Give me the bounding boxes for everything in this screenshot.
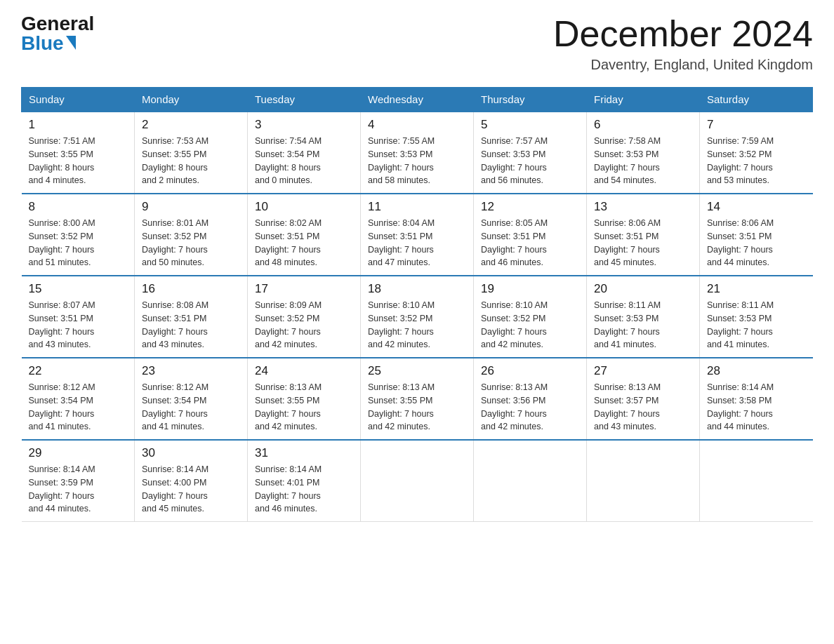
day-number: 20 xyxy=(594,282,692,296)
calendar-cell: 1 Sunrise: 7:51 AMSunset: 3:55 PMDayligh… xyxy=(22,112,135,194)
day-number: 26 xyxy=(481,364,579,378)
day-info: Sunrise: 8:00 AMSunset: 3:52 PMDaylight:… xyxy=(29,217,128,269)
day-info: Sunrise: 8:13 AMSunset: 3:55 PMDaylight:… xyxy=(368,381,466,434)
day-info: Sunrise: 8:11 AMSunset: 3:53 PMDaylight:… xyxy=(594,299,692,351)
day-info: Sunrise: 8:13 AMSunset: 3:56 PMDaylight:… xyxy=(481,381,579,434)
day-info: Sunrise: 7:57 AMSunset: 3:53 PMDaylight:… xyxy=(481,135,579,187)
day-number: 8 xyxy=(29,200,128,214)
calendar-cell: 12 Sunrise: 8:05 AMSunset: 3:51 PMDaylig… xyxy=(474,194,587,276)
day-number: 25 xyxy=(368,364,466,378)
day-number: 23 xyxy=(142,364,240,378)
calendar-table: SundayMondayTuesdayWednesdayThursdayFrid… xyxy=(21,87,813,522)
calendar-cell: 30 Sunrise: 8:14 AMSunset: 4:00 PMDaylig… xyxy=(135,440,248,522)
header-thursday: Thursday xyxy=(474,88,587,112)
calendar-cell: 6 Sunrise: 7:58 AMSunset: 3:53 PMDayligh… xyxy=(587,112,700,194)
day-number: 30 xyxy=(142,446,240,460)
day-number: 22 xyxy=(29,364,128,378)
day-info: Sunrise: 8:12 AMSunset: 3:54 PMDaylight:… xyxy=(142,381,240,434)
day-number: 3 xyxy=(255,118,353,132)
day-number: 18 xyxy=(368,282,466,296)
day-info: Sunrise: 8:14 AMSunset: 4:01 PMDaylight:… xyxy=(255,463,353,516)
day-number: 9 xyxy=(142,200,240,214)
month-title: December 2024 xyxy=(553,14,813,54)
day-number: 14 xyxy=(707,200,806,214)
calendar-cell: 14 Sunrise: 8:06 AMSunset: 3:51 PMDaylig… xyxy=(700,194,813,276)
calendar-cell: 27 Sunrise: 8:13 AMSunset: 3:57 PMDaylig… xyxy=(587,358,700,440)
day-info: Sunrise: 8:14 AMSunset: 3:59 PMDaylight:… xyxy=(29,463,128,516)
day-info: Sunrise: 8:14 AMSunset: 4:00 PMDaylight:… xyxy=(142,463,240,516)
day-number: 15 xyxy=(29,282,128,296)
header-sunday: Sunday xyxy=(22,88,135,112)
week-row-4: 22 Sunrise: 8:12 AMSunset: 3:54 PMDaylig… xyxy=(22,358,813,440)
day-number: 11 xyxy=(368,200,466,214)
title-area: December 2024 Daventry, England, United … xyxy=(553,14,813,73)
day-info: Sunrise: 7:53 AMSunset: 3:55 PMDaylight:… xyxy=(142,135,240,187)
day-info: Sunrise: 7:55 AMSunset: 3:53 PMDaylight:… xyxy=(368,135,466,187)
page-header: General Blue December 2024 Daventry, Eng… xyxy=(21,14,813,73)
day-info: Sunrise: 8:11 AMSunset: 3:53 PMDaylight:… xyxy=(707,299,806,351)
calendar-cell: 17 Sunrise: 8:09 AMSunset: 3:52 PMDaylig… xyxy=(248,276,361,358)
calendar-cell: 26 Sunrise: 8:13 AMSunset: 3:56 PMDaylig… xyxy=(474,358,587,440)
calendar-cell: 5 Sunrise: 7:57 AMSunset: 3:53 PMDayligh… xyxy=(474,112,587,194)
day-info: Sunrise: 8:07 AMSunset: 3:51 PMDaylight:… xyxy=(29,299,128,351)
day-number: 28 xyxy=(707,364,806,378)
week-row-2: 8 Sunrise: 8:00 AMSunset: 3:52 PMDayligh… xyxy=(22,194,813,276)
day-info: Sunrise: 7:58 AMSunset: 3:53 PMDaylight:… xyxy=(594,135,692,187)
day-info: Sunrise: 8:05 AMSunset: 3:51 PMDaylight:… xyxy=(481,217,579,269)
calendar-cell: 9 Sunrise: 8:01 AMSunset: 3:52 PMDayligh… xyxy=(135,194,248,276)
calendar-cell: 10 Sunrise: 8:02 AMSunset: 3:51 PMDaylig… xyxy=(248,194,361,276)
calendar-cell: 28 Sunrise: 8:14 AMSunset: 3:58 PMDaylig… xyxy=(700,358,813,440)
calendar-cell: 23 Sunrise: 8:12 AMSunset: 3:54 PMDaylig… xyxy=(135,358,248,440)
day-info: Sunrise: 8:06 AMSunset: 3:51 PMDaylight:… xyxy=(707,217,806,269)
day-number: 21 xyxy=(707,282,806,296)
calendar-cell: 21 Sunrise: 8:11 AMSunset: 3:53 PMDaylig… xyxy=(700,276,813,358)
calendar-cell xyxy=(474,440,587,522)
calendar-cell: 13 Sunrise: 8:06 AMSunset: 3:51 PMDaylig… xyxy=(587,194,700,276)
calendar-cell: 31 Sunrise: 8:14 AMSunset: 4:01 PMDaylig… xyxy=(248,440,361,522)
header-saturday: Saturday xyxy=(700,88,813,112)
day-number: 6 xyxy=(594,118,692,132)
day-info: Sunrise: 8:13 AMSunset: 3:55 PMDaylight:… xyxy=(255,381,353,434)
day-number: 24 xyxy=(255,364,353,378)
logo: General Blue xyxy=(21,14,94,53)
week-row-1: 1 Sunrise: 7:51 AMSunset: 3:55 PMDayligh… xyxy=(22,112,813,194)
logo-general-text: General xyxy=(21,14,94,34)
logo-blue-text: Blue xyxy=(21,34,76,53)
header-wednesday: Wednesday xyxy=(361,88,474,112)
day-info: Sunrise: 8:13 AMSunset: 3:57 PMDaylight:… xyxy=(594,381,692,434)
calendar-cell: 18 Sunrise: 8:10 AMSunset: 3:52 PMDaylig… xyxy=(361,276,474,358)
calendar-cell: 19 Sunrise: 8:10 AMSunset: 3:52 PMDaylig… xyxy=(474,276,587,358)
location-subtitle: Daventry, England, United Kingdom xyxy=(553,57,813,73)
day-number: 16 xyxy=(142,282,240,296)
calendar-cell xyxy=(700,440,813,522)
day-info: Sunrise: 8:06 AMSunset: 3:51 PMDaylight:… xyxy=(594,217,692,269)
calendar-cell: 29 Sunrise: 8:14 AMSunset: 3:59 PMDaylig… xyxy=(22,440,135,522)
day-info: Sunrise: 8:09 AMSunset: 3:52 PMDaylight:… xyxy=(255,299,353,351)
day-number: 19 xyxy=(481,282,579,296)
day-number: 29 xyxy=(29,446,128,460)
header-tuesday: Tuesday xyxy=(248,88,361,112)
calendar-cell: 16 Sunrise: 8:08 AMSunset: 3:51 PMDaylig… xyxy=(135,276,248,358)
day-number: 7 xyxy=(707,118,806,132)
day-info: Sunrise: 7:51 AMSunset: 3:55 PMDaylight:… xyxy=(29,135,128,187)
day-info: Sunrise: 8:12 AMSunset: 3:54 PMDaylight:… xyxy=(29,381,128,434)
day-info: Sunrise: 8:08 AMSunset: 3:51 PMDaylight:… xyxy=(142,299,240,351)
day-number: 5 xyxy=(481,118,579,132)
day-info: Sunrise: 7:59 AMSunset: 3:52 PMDaylight:… xyxy=(707,135,806,187)
week-row-5: 29 Sunrise: 8:14 AMSunset: 3:59 PMDaylig… xyxy=(22,440,813,522)
day-info: Sunrise: 8:04 AMSunset: 3:51 PMDaylight:… xyxy=(368,217,466,269)
day-number: 10 xyxy=(255,200,353,214)
calendar-cell: 25 Sunrise: 8:13 AMSunset: 3:55 PMDaylig… xyxy=(361,358,474,440)
calendar-cell: 24 Sunrise: 8:13 AMSunset: 3:55 PMDaylig… xyxy=(248,358,361,440)
calendar-header-row: SundayMondayTuesdayWednesdayThursdayFrid… xyxy=(22,88,813,112)
calendar-cell: 22 Sunrise: 8:12 AMSunset: 3:54 PMDaylig… xyxy=(22,358,135,440)
calendar-cell: 15 Sunrise: 8:07 AMSunset: 3:51 PMDaylig… xyxy=(22,276,135,358)
day-number: 12 xyxy=(481,200,579,214)
calendar-cell xyxy=(587,440,700,522)
calendar-cell: 8 Sunrise: 8:00 AMSunset: 3:52 PMDayligh… xyxy=(22,194,135,276)
calendar-cell: 4 Sunrise: 7:55 AMSunset: 3:53 PMDayligh… xyxy=(361,112,474,194)
header-monday: Monday xyxy=(135,88,248,112)
day-info: Sunrise: 8:10 AMSunset: 3:52 PMDaylight:… xyxy=(481,299,579,351)
day-info: Sunrise: 8:02 AMSunset: 3:51 PMDaylight:… xyxy=(255,217,353,269)
day-info: Sunrise: 8:10 AMSunset: 3:52 PMDaylight:… xyxy=(368,299,466,351)
